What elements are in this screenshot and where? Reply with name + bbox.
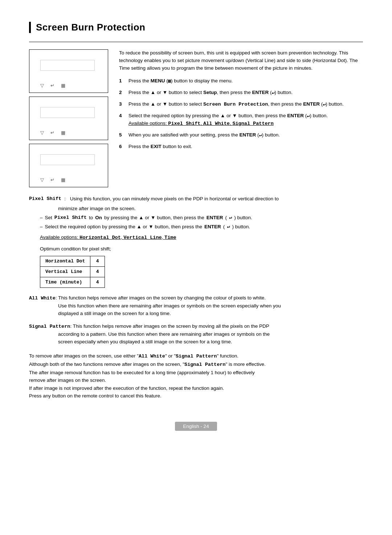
table-row-horizontal-dot: Horizontal Dot 4 — [40, 256, 105, 266]
diagram-icon-triangle-3: ▽ — [40, 177, 44, 183]
step-5-content: When you are satisfied with your setting… — [128, 131, 363, 139]
signal-pattern-label: Signal Pattern — [29, 324, 70, 329]
diagram-icons-row-2: ▽ ↵ ▦ — [40, 130, 65, 135]
diagram-icon-enter: ↵ — [50, 83, 54, 88]
available-options-1: Available options: Pixel Shift, All Whit… — [128, 121, 274, 126]
pixel-shift-desc: Using this function, you can minutely mo… — [70, 195, 279, 203]
diagram-icons-row-1: ▽ ↵ ▦ — [40, 83, 65, 88]
all-white-content: All White: This function helps remove af… — [29, 294, 363, 318]
cell-vertical-line-value: 4 — [90, 266, 105, 277]
step-4-number: 4 — [119, 112, 125, 128]
pixel-shift-section: Pixel Shift: Using this function, you ca… — [29, 195, 363, 288]
diagram-icon-menu-3: ▦ — [61, 177, 65, 183]
table-row-time: Time (minute) 4 — [40, 277, 105, 287]
available-options-2: Available options: Horizontal Dot, Verti… — [40, 234, 363, 242]
cell-horizontal-dot-label: Horizontal Dot — [40, 256, 90, 266]
step-3-number: 3 — [119, 101, 125, 109]
pixel-shift-colon: : — [64, 195, 67, 203]
note-5: Press any button on the remote control t… — [29, 392, 363, 400]
step-6: 6 Press the EXIT button to exit. — [119, 143, 363, 151]
pixel-shift-desc-2: minimize after image on the screen. — [58, 205, 363, 213]
intro-section: ▽ ↵ ▦ ▽ ↵ ▦ ▽ ↵ ▦ To reduce the possibil… — [29, 49, 363, 187]
intro-text: To reduce the possibility of screen burn… — [119, 49, 363, 72]
step-1-number: 1 — [119, 77, 125, 85]
pixel-shift-label: Pixel Shift — [29, 195, 61, 203]
step-6-number: 6 — [119, 143, 125, 151]
screen-diagram-2: ▽ ↵ ▦ — [29, 97, 108, 140]
step-2-content: Press the ▲ or ▼ button to select Setup,… — [128, 89, 363, 97]
step-4: 4 Select the required option by pressing… — [119, 112, 363, 128]
diagram-icon-triangle-2: ▽ — [40, 130, 44, 135]
step-4-content: Select the required option by pressing t… — [128, 112, 363, 128]
signal-pattern-section: Signal Pattern: This function helps remo… — [29, 323, 363, 346]
title-divider — [29, 42, 363, 42]
bullet-2: Select the required option by pressing t… — [40, 223, 363, 231]
cell-vertical-line-label: Vertical Line — [40, 266, 90, 277]
diagram-icon-menu-2: ▦ — [61, 130, 65, 135]
pixel-table: Horizontal Dot 4 Vertical Line 4 Time (m… — [40, 256, 105, 288]
all-white-line3: displayed a still image on the screen fo… — [58, 310, 363, 318]
diagram-icon-enter-2: ↵ — [50, 130, 54, 135]
signal-pattern-content: Signal Pattern: This function helps remo… — [29, 323, 363, 346]
notes-section: To remove after images on the screen, us… — [29, 352, 363, 400]
cell-horizontal-dot-value: 4 — [90, 256, 105, 266]
note-1: To remove after images on the screen, us… — [29, 352, 363, 360]
note-2: Although both of the two functions remov… — [29, 360, 363, 369]
intro-and-steps: To reduce the possibility of screen burn… — [119, 49, 363, 187]
screen-diagrams: ▽ ↵ ▦ ▽ ↵ ▦ ▽ ↵ ▦ — [29, 49, 109, 187]
bullet-1: Set Pixel Shift to On by pressing the ▲ … — [40, 214, 363, 222]
page-title-container: Screen Burn Protection — [29, 22, 363, 33]
cell-time-value: 4 — [90, 277, 105, 287]
page-title: Screen Burn Protection — [36, 22, 363, 33]
table-row-vertical-line: Vertical Line 4 — [40, 266, 105, 277]
optimum-heading: Optimum condition for pixel shift; — [40, 245, 363, 253]
all-white-label: All White — [29, 295, 56, 301]
diagram-icon-triangle: ▽ — [40, 83, 44, 88]
step-1: 1 Press the MENU (▦) button to display t… — [119, 77, 363, 85]
screen-diagram-1: ▽ ↵ ▦ — [29, 49, 108, 93]
step-2-number: 2 — [119, 89, 125, 97]
all-white-line2: Use this function when there are remaini… — [58, 302, 363, 310]
note-4: If after image is not improved after the… — [29, 384, 363, 392]
signal-pattern-line2: according to a pattern. Use this functio… — [58, 331, 363, 338]
cell-time-label: Time (minute) — [40, 277, 90, 287]
diagram-icon-menu: ▦ — [61, 83, 65, 88]
step-3-content: Press the ▲ or ▼ button to select Screen… — [128, 101, 363, 109]
diagram-inner-rect-3 — [40, 154, 95, 165]
pixel-shift-bullets: Set Pixel Shift to On by pressing the ▲ … — [40, 214, 363, 231]
note-3b: remove after images on the screen. — [29, 376, 363, 384]
diagram-inner-rect-1 — [40, 60, 95, 71]
step-5-number: 5 — [119, 131, 125, 139]
diagram-icons-row-3: ▽ ↵ ▦ — [40, 177, 65, 183]
diagram-icon-enter-3: ↵ — [50, 177, 54, 183]
footer-badge: English - 24 — [175, 422, 217, 431]
step-1-content: Press the MENU (▦) button to display the… — [128, 77, 363, 85]
step-5: 5 When you are satisfied with your setti… — [119, 131, 363, 139]
steps-section: 1 Press the MENU (▦) button to display t… — [119, 77, 363, 151]
diagram-inner-rect-2 — [40, 107, 95, 118]
screen-diagram-3: ▽ ↵ ▦ — [29, 144, 108, 187]
step-6-content: Press the EXIT button to exit. — [128, 143, 363, 151]
all-white-section: All White: This function helps remove af… — [29, 294, 363, 318]
note-3: The after image removal function has to … — [29, 369, 363, 377]
step-2: 2 Press the ▲ or ▼ button to select Setu… — [119, 89, 363, 97]
footer: English - 24 — [29, 422, 363, 431]
pixel-shift-term: Pixel Shift: Using this function, you ca… — [29, 195, 363, 203]
step-3: 3 Press the ▲ or ▼ button to select Scre… — [119, 101, 363, 109]
signal-pattern-line3: screen especially when you displayed a s… — [58, 338, 363, 346]
